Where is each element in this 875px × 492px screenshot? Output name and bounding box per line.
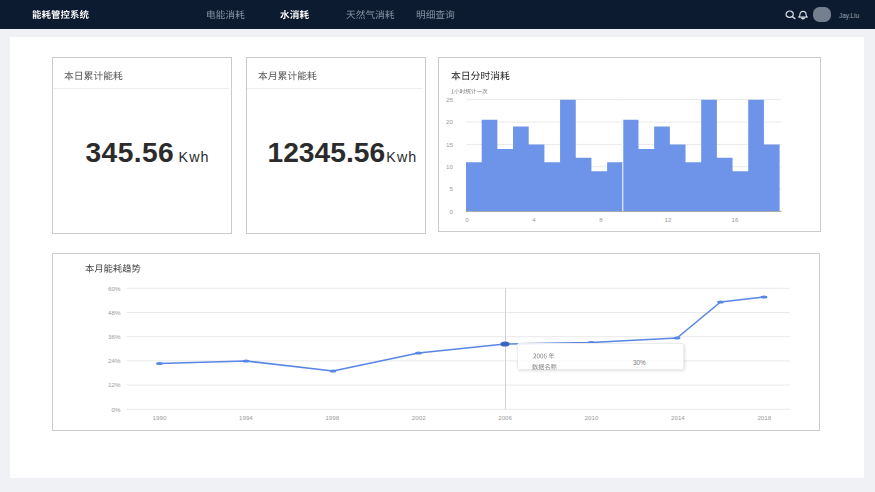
svg-text:1998: 1998 (325, 414, 339, 421)
svg-text:0%: 0% (112, 406, 121, 413)
svg-text:2002: 2002 (412, 414, 426, 421)
svg-text:48%: 48% (108, 309, 121, 316)
svg-text:36%: 36% (108, 333, 121, 340)
svg-text:2014: 2014 (671, 414, 685, 421)
svg-text:2018: 2018 (757, 414, 771, 421)
svg-text:2010: 2010 (585, 414, 599, 421)
svg-text:1990: 1990 (153, 414, 167, 421)
svg-text:12%: 12% (108, 381, 121, 388)
svg-text:2006: 2006 (498, 414, 512, 421)
svg-text:60%: 60% (108, 285, 121, 292)
svg-text:24%: 24% (108, 357, 121, 364)
svg-text:1994: 1994 (239, 414, 253, 421)
